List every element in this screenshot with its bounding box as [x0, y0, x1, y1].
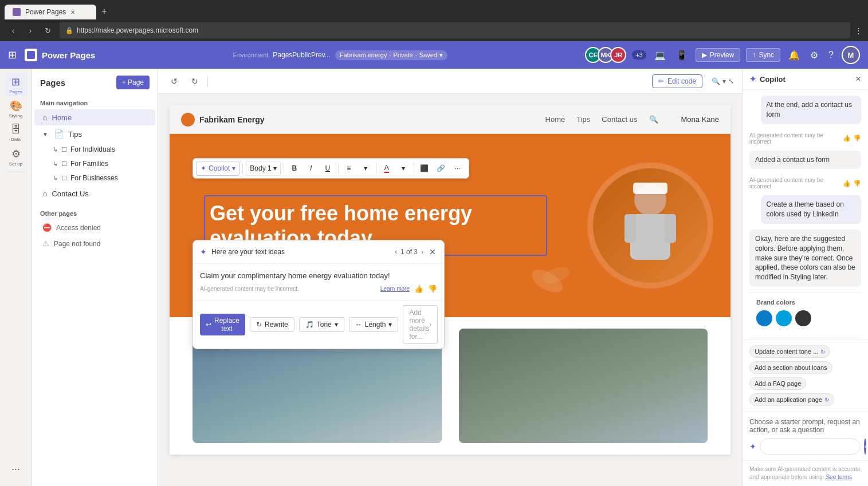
thumbs-down-btn[interactable]: 👎: [428, 285, 437, 293]
input-prompt-text: Choose a starter prompt, request an acti…: [749, 418, 861, 434]
sidebar-item-more[interactable]: ···: [5, 457, 28, 480]
thumbs-up-btn[interactable]: 👍: [414, 285, 423, 293]
tab-close-btn[interactable]: ✕: [70, 9, 75, 15]
copilot-toolbar-btn[interactable]: ✦ Copilot ▾: [197, 161, 239, 176]
app-logo[interactable]: Power Pages: [25, 49, 95, 61]
secure-icon: 🔒: [65, 27, 73, 34]
fullscreen-icon[interactable]: ⤡: [728, 77, 734, 85]
align-chevron[interactable]: ▾: [358, 161, 373, 176]
font-color-chevron[interactable]: ▾: [396, 161, 411, 176]
nav-item-home[interactable]: ⌂ Home: [34, 109, 155, 125]
saved-badge[interactable]: Fabrikam energy · Private · Saved ▾: [335, 50, 447, 60]
replace-text-button[interactable]: ↩ Replace text: [200, 314, 245, 335]
copilot-panel-header: ✦ Copilot ✕: [743, 69, 868, 90]
more-options-button[interactable]: ···: [450, 161, 465, 176]
home-icon: ⌂: [42, 113, 47, 122]
body-style-dropdown[interactable]: Body 1 ▾: [246, 161, 280, 176]
contact-icon: ⌂: [42, 189, 47, 198]
copilot-input[interactable]: [760, 438, 861, 455]
sidebar-item-styling[interactable]: 🎨 Styling: [5, 97, 28, 120]
other-item-access-denied[interactable]: ⛔ Access denied: [34, 220, 155, 235]
underline-button[interactable]: U: [320, 161, 335, 176]
tb-sep-4: [376, 163, 376, 173]
url-text: https://make.powerpages.microsoft.com: [77, 26, 198, 34]
rewrite-button[interactable]: ↻ Rewrite: [250, 317, 294, 332]
site-nav-icon-search[interactable]: 🔍: [649, 115, 658, 124]
align-button[interactable]: ≡: [341, 161, 356, 176]
nav-item-tips[interactable]: ▼ 📄 Tips: [34, 126, 155, 142]
zoom-out-icon[interactable]: 🔍: [712, 77, 720, 85]
device-icon[interactable]: 💻: [652, 48, 668, 63]
sidebar-item-setup[interactable]: ⚙ Set up: [5, 145, 28, 168]
add-page-button[interactable]: + Page: [116, 76, 150, 89]
brand-swatch-3[interactable]: [795, 310, 811, 326]
individuals-page-icon: ☐: [61, 146, 67, 153]
site-nav-tips[interactable]: Tips: [576, 115, 590, 124]
body-style-chevron: ▾: [273, 164, 277, 172]
italic-button[interactable]: I: [304, 161, 319, 176]
extensions-btn[interactable]: ⋮: [855, 26, 862, 35]
font-color-button[interactable]: A: [379, 161, 394, 176]
edit-code-button[interactable]: ✏ Edit code: [652, 74, 702, 88]
brand-swatch-2[interactable]: [776, 310, 792, 326]
redo-button[interactable]: ↻: [187, 73, 203, 89]
msg-1-thumbup[interactable]: 👍: [843, 135, 851, 142]
undo-button[interactable]: ↺: [166, 73, 182, 89]
brand-colors-label: Brand colors: [756, 299, 854, 306]
notification-icon[interactable]: 🔔: [786, 48, 802, 63]
zoom-control[interactable]: 🔍 ▾ ⤡: [712, 77, 734, 85]
nav-sub-item-businesses[interactable]: ↳ ☐ For Businesses: [34, 171, 155, 185]
url-box[interactable]: 🔒 https://make.powerpages.microsoft.com: [60, 22, 850, 38]
site-nav-contact[interactable]: Contact us: [602, 115, 637, 124]
bold-button[interactable]: B: [287, 161, 302, 176]
nav-sub-item-individuals[interactable]: ↳ ☐ For Individuals: [34, 143, 155, 156]
see-terms-link[interactable]: See terms: [826, 474, 852, 480]
msg-2-thumbup[interactable]: 👍: [843, 180, 851, 187]
popup-next-btn[interactable]: ›: [421, 248, 423, 256]
settings-icon[interactable]: ⚙: [808, 48, 820, 63]
browser-tab[interactable]: Power Pages ✕: [5, 5, 96, 19]
site-user-name: Mona Kane: [681, 115, 720, 124]
tone-button[interactable]: 🎵 Tone ▾: [299, 317, 344, 332]
mobile-icon[interactable]: 📱: [674, 48, 690, 63]
pages-title: Pages: [40, 78, 65, 88]
help-icon[interactable]: ?: [826, 48, 836, 62]
brand-swatch-1[interactable]: [756, 310, 772, 326]
popup-close-btn[interactable]: ✕: [428, 246, 437, 258]
chip-add-loans-section[interactable]: Add a section about loans: [749, 361, 832, 374]
other-item-page-not-found[interactable]: ⚠ Page not found: [34, 236, 155, 251]
highlight-button[interactable]: ⬛: [417, 161, 432, 176]
sync-icon: ↑: [752, 51, 756, 59]
chip-update-content-tone[interactable]: Update content tone ... ↻: [749, 345, 830, 358]
popup-header: ✦ Here are your text ideas ‹ 1 of 3 › ✕: [193, 240, 444, 264]
add-detail-input[interactable]: Add more details for... ›: [403, 305, 438, 344]
chip-add-application[interactable]: Add an application page ↻: [749, 393, 834, 406]
chip-add-faq[interactable]: Add a FAQ page: [749, 377, 806, 390]
logo-inner: [27, 51, 35, 59]
refresh-button[interactable]: ↻: [40, 23, 55, 38]
copilot-panel: ✦ Copilot ✕ At the end, add a contact us…: [742, 69, 868, 486]
send-button[interactable]: ›: [864, 438, 866, 455]
nav-item-contact[interactable]: ⌂ Contact Us: [34, 185, 155, 201]
canvas-toolbar: ↺ ↻ ✏ Edit code 🔍 ▾ ⤡: [158, 69, 742, 94]
length-button[interactable]: ↔ Length ▾: [349, 317, 399, 332]
popup-prev-btn[interactable]: ‹: [395, 248, 397, 256]
site-nav-home[interactable]: Home: [545, 115, 565, 124]
send-icon: ›: [864, 442, 866, 451]
tips-label: Tips: [68, 130, 82, 139]
panel-close-button[interactable]: ✕: [855, 75, 861, 83]
sidebar-item-data[interactable]: 🗄 Data: [5, 121, 28, 144]
learn-more-link[interactable]: Learn more: [380, 286, 410, 292]
link-button[interactable]: 🔗: [434, 161, 449, 176]
preview-button[interactable]: ▶ Preview: [696, 48, 741, 62]
msg-2-thumbdown[interactable]: 👎: [853, 180, 861, 187]
nav-sub-item-families[interactable]: ↳ ☐ For Families: [34, 157, 155, 171]
new-tab-button[interactable]: +: [96, 3, 112, 19]
app-grid-icon[interactable]: ⊞: [8, 49, 17, 61]
forward-button[interactable]: ›: [23, 23, 38, 38]
msg-1-thumbdown[interactable]: 👎: [853, 135, 861, 142]
sidebar-item-pages[interactable]: ⊞ Pages: [5, 73, 28, 96]
user-avatar[interactable]: M: [842, 46, 860, 64]
back-button[interactable]: ‹: [6, 23, 21, 38]
sync-button[interactable]: ↑ Sync: [746, 48, 780, 62]
